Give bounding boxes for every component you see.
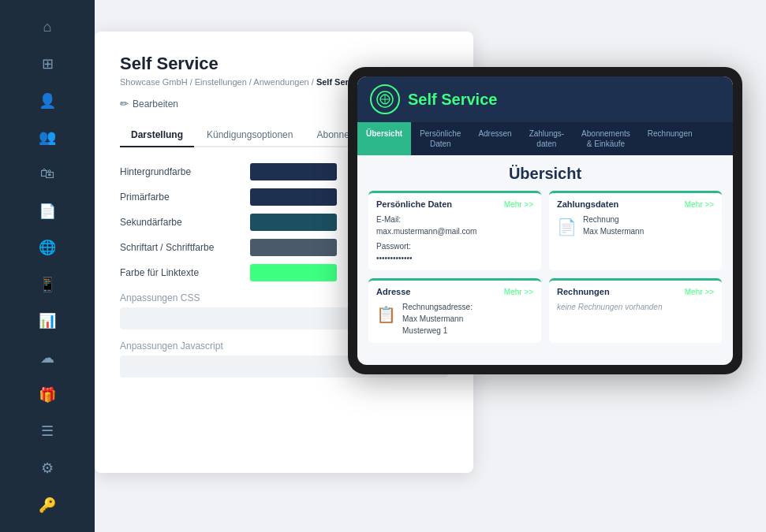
globe-icon[interactable]: 🌐 xyxy=(33,236,62,259)
card-title-rechnungen: Rechnungen xyxy=(557,287,610,296)
card-zahlungsdaten: Zahlungsdaten Mehr >> 📄 Rechnung Max Mus… xyxy=(549,191,722,270)
email-label: E-Mail: xyxy=(376,214,533,225)
tablet-logo xyxy=(370,84,400,114)
adresse-icon: 📋 xyxy=(376,303,396,326)
rechnung-name: Max Mustermann xyxy=(583,225,644,237)
card-body-persoenliche: E-Mail: max.mustermann@mail.com Passwort… xyxy=(376,214,533,264)
card-title-zahlung: Zahlungsdaten xyxy=(557,199,618,209)
linktexte-label: Farbe für Linktexte xyxy=(120,267,250,278)
tab-abonnements-einkaufe[interactable]: Abonnements& Einkäufe xyxy=(573,122,639,155)
hintergrundfarbe-label: Hintergrundfarbe xyxy=(120,166,250,177)
adresse-icon-row: 📋 Rechnungsadresse: Max Mustermann Muste… xyxy=(376,301,533,337)
edit-button[interactable]: ✏ Bearbeiten xyxy=(120,98,178,110)
hintergrundfarbe-bar[interactable] xyxy=(250,163,337,180)
edit-icon: ✏ xyxy=(120,98,129,110)
tab-persoenliche-daten[interactable]: PersönlicheDaten xyxy=(411,122,469,155)
rechnungsadresse-label: Rechnungsadresse: xyxy=(402,301,473,313)
tab-ubersicht[interactable]: Übersicht xyxy=(357,122,411,155)
zahlung-icon-row: 📄 Rechnung Max Mustermann xyxy=(557,214,714,239)
gift-icon[interactable]: 🎁 xyxy=(33,383,62,406)
sekundaerfarbe-label: Sekundärfarbe xyxy=(120,217,250,228)
edit-label: Bearbeiten xyxy=(133,99,178,110)
tablet-frame: Self Service Übersicht PersönlicheDaten … xyxy=(348,67,742,374)
card-rechnungen: Rechnungen Mehr >> keine Rechnungen vorh… xyxy=(549,278,722,343)
tablet-header: Self Service xyxy=(357,76,733,122)
card-header-adresse: Adresse Mehr >> xyxy=(376,287,533,296)
schriftfarbe-label: Schriftart / Schriftfarbe xyxy=(120,242,250,253)
adresse-street: Musterweg 1 xyxy=(402,325,473,337)
user-icon[interactable]: 👤 xyxy=(33,89,62,112)
card-header-persoenliche: Persönliche Daten Mehr >> xyxy=(376,199,533,209)
no-rechnungen-text: keine Rechnungen vorhanden xyxy=(557,301,714,313)
chart-icon[interactable]: 📊 xyxy=(33,310,62,333)
card-body-adresse: 📋 Rechnungsadresse: Max Mustermann Muste… xyxy=(376,301,533,337)
grid-icon[interactable]: ⊞ xyxy=(33,53,62,76)
key-icon[interactable]: 🔑 xyxy=(33,493,62,516)
tab-rechnungen[interactable]: Rechnungen xyxy=(639,122,701,155)
rechnung-label: Rechnung xyxy=(583,214,644,225)
primaerfarbe-bar[interactable] xyxy=(250,188,337,206)
card-header-rechnungen: Rechnungen Mehr >> xyxy=(557,287,714,296)
tablet-screen: Self Service Übersicht PersönlicheDaten … xyxy=(357,76,733,365)
tablet-app-title: Self Service xyxy=(408,91,497,109)
card-header-zahlung: Zahlungsdaten Mehr >> xyxy=(557,199,714,209)
tab-kuendigungsoptionen[interactable]: Kündigungsoptionen xyxy=(196,124,304,147)
tablet-nav: Übersicht PersönlicheDaten Adressen Zahl… xyxy=(357,122,733,155)
rechnung-icon: 📄 xyxy=(557,215,577,239)
card-mehr-zahlung[interactable]: Mehr >> xyxy=(685,200,714,209)
tab-zahlungsdaten[interactable]: Zahlungs-daten xyxy=(521,122,573,155)
adresse-text: Rechnungsadresse: Max Mustermann Musterw… xyxy=(402,301,473,337)
linktexte-bar[interactable] xyxy=(250,264,337,281)
list-icon[interactable]: ☰ xyxy=(33,420,62,443)
zahlung-text: Rechnung Max Mustermann xyxy=(583,214,644,237)
sidebar: ⌂ ⊞ 👤 👥 🛍 📄 🌐 📱 📊 ☁ 🎁 ☰ ⚙ 🔑 xyxy=(0,0,95,532)
tablet-mockup: Self Service Übersicht PersönlicheDaten … xyxy=(348,67,742,374)
card-adresse: Adresse Mehr >> 📋 Rechnungsadresse: Max … xyxy=(368,278,541,343)
card-mehr-adresse[interactable]: Mehr >> xyxy=(504,288,533,296)
primaerfarbe-label: Primärfarbe xyxy=(120,192,250,203)
cloud-icon[interactable]: ☁ xyxy=(33,347,62,370)
tablet-content: Übersicht Persönliche Daten Mehr >> E-Ma… xyxy=(357,155,733,365)
tab-darstellung[interactable]: Darstellung xyxy=(120,124,194,147)
email-value: max.mustermann@mail.com xyxy=(376,225,533,237)
password-value: ••••••••••••• xyxy=(376,252,533,264)
users-icon[interactable]: 👥 xyxy=(33,126,62,149)
adresse-name: Max Mustermann xyxy=(402,313,473,325)
document-icon[interactable]: 📄 xyxy=(33,199,62,222)
card-title-adresse: Adresse xyxy=(376,287,410,296)
tablet-grid: Persönliche Daten Mehr >> E-Mail: max.mu… xyxy=(368,191,722,343)
card-mehr-persoenliche[interactable]: Mehr >> xyxy=(504,200,533,209)
schriftfarbe-bar[interactable] xyxy=(250,239,337,256)
card-body-zahlung: 📄 Rechnung Max Mustermann xyxy=(557,214,714,239)
home-icon[interactable]: ⌂ xyxy=(33,16,62,39)
card-body-rechnungen: keine Rechnungen vorhanden xyxy=(557,301,714,313)
bag-icon[interactable]: 🛍 xyxy=(33,163,62,186)
settings-icon[interactable]: ⚙ xyxy=(33,457,62,480)
tab-adressen[interactable]: Adressen xyxy=(469,122,520,155)
phone-icon[interactable]: 📱 xyxy=(33,273,62,296)
card-persoenliche-daten: Persönliche Daten Mehr >> E-Mail: max.mu… xyxy=(368,191,541,270)
sekundaerfarbe-bar[interactable] xyxy=(250,214,337,231)
password-label: Passwort: xyxy=(376,240,533,252)
card-mehr-rechnungen[interactable]: Mehr >> xyxy=(685,288,714,296)
card-title-persoenliche: Persönliche Daten xyxy=(376,199,452,209)
tablet-page-title: Übersicht xyxy=(368,165,722,183)
